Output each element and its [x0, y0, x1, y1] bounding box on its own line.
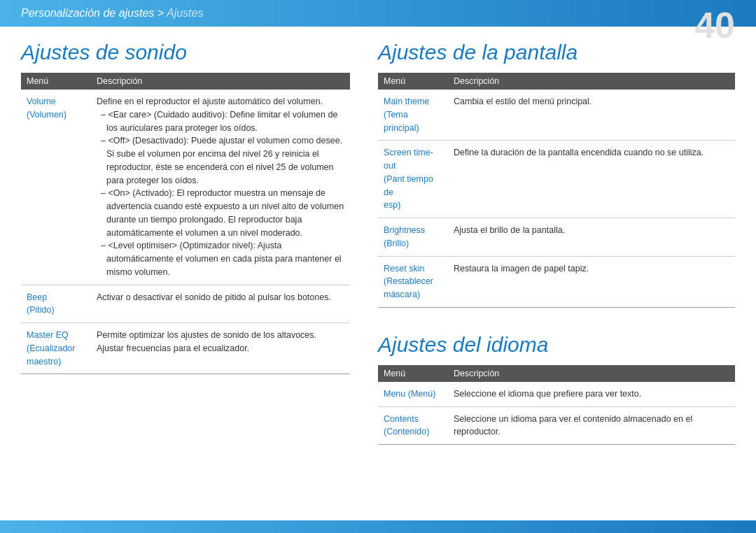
screen-section-title: Ajustes de la pantalla — [378, 41, 735, 64]
page-number: 40 — [694, 7, 735, 43]
table-row: Master EQ (Ecualizador maestro) Permite … — [21, 323, 350, 374]
volume-line2: <Ear care> (Cuidado auditivo): Define li… — [97, 108, 344, 135]
language-menu-contents: Contents (Contenido) — [378, 406, 448, 445]
screen-table-header: Menú Descripción — [378, 73, 735, 90]
language-section-title: Ajustes del idioma — [378, 333, 735, 357]
language-menu-menu: Menu (Menú) — [378, 382, 448, 406]
table-row: Beep (Pitido) Activar o desactivar el so… — [21, 285, 350, 323]
sound-menu-beep: Beep (Pitido) — [21, 285, 91, 323]
screen-col-desc: Descripción — [448, 73, 735, 90]
top-bar: Personalización de ajustes > Ajustes — [0, 0, 756, 27]
sound-desc-eq: Permite optimizar los ajustes de sonido … — [91, 323, 350, 374]
sound-desc-beep: Activar o desactivar el sonido de pitido… — [91, 285, 350, 323]
language-col-menu: Menú — [378, 365, 448, 382]
language-table: Menú Descripción Menu (Menú) Seleccione … — [378, 365, 735, 445]
screen-settings-section: Ajustes de la pantalla Menú Descripción … — [378, 41, 735, 308]
sound-desc-volume: Define en el reproductor el ajuste autom… — [91, 90, 350, 285]
screen-menu-timeout: Screen time-out (Pant tiempo de esp) — [378, 141, 448, 218]
volume-line4: <On> (Activado): El reproductor muestra … — [97, 187, 344, 239]
table-row: Volume (Volumen) Define en el reproducto… — [21, 90, 350, 285]
table-row: Reset skin (Restablecer máscara) Restaur… — [378, 256, 735, 307]
language-desc-contents: Seleccione un idioma para ver el conteni… — [448, 406, 735, 445]
screen-col-menu: Menú — [378, 73, 448, 90]
screen-menu-reset-skin: Reset skin (Restablecer máscara) — [378, 256, 448, 307]
screen-desc-theme: Cambia el estilo del menú principal. — [448, 90, 735, 141]
sound-menu-eq: Master EQ (Ecualizador maestro) — [21, 323, 91, 374]
sound-section-title: Ajustes de sonido — [21, 41, 350, 64]
screen-table: Menú Descripción Main theme (Tema princi… — [378, 73, 735, 308]
screen-desc-reset-skin: Restaura la imagen de papel tapiz. — [448, 256, 735, 307]
table-row: Contents (Contenido) Seleccione un idiom… — [378, 406, 735, 445]
language-settings-section: Ajustes del idioma Menú Descripción Menu… — [378, 333, 735, 445]
volume-line3: <Off> (Desactivado): Puede ajustar el vo… — [97, 134, 344, 187]
sound-col-desc: Descripción — [91, 73, 350, 90]
table-row: Screen time-out (Pant tiempo de esp) Def… — [378, 141, 735, 218]
language-col-desc: Descripción — [448, 365, 735, 382]
main-content: Ajustes de sonido Menú Descripción Volum… — [0, 27, 756, 533]
volume-line1: Define en el reproductor el ajuste autom… — [97, 95, 344, 108]
breadcrumb-base: Personalización de ajustes > — [21, 7, 167, 19]
volume-line5: <Level optimiser> (Optimizador nivel): A… — [97, 239, 344, 278]
language-desc-menu: Seleccione el idioma que prefiere para v… — [448, 382, 735, 406]
sound-col-menu: Menú — [21, 73, 91, 90]
table-row: Brightness (Brillo) Ajusta el brillo de … — [378, 218, 735, 257]
screen-menu-theme: Main theme (Tema principal) — [378, 90, 448, 141]
right-column: Ajustes de la pantalla Menú Descripción … — [378, 41, 735, 519]
sound-table: Menú Descripción Volume (Volumen) Define… — [21, 73, 350, 374]
screen-menu-brightness: Brightness (Brillo) — [378, 218, 448, 257]
table-row: Main theme (Tema principal) Cambia el es… — [378, 90, 735, 141]
sound-settings-section: Ajustes de sonido Menú Descripción Volum… — [21, 41, 350, 519]
bottom-bar — [0, 520, 756, 533]
sound-table-header: Menú Descripción — [21, 73, 350, 90]
screen-desc-brightness: Ajusta el brillo de la pantalla. — [448, 218, 735, 257]
table-row: Menu (Menú) Seleccione el idioma que pre… — [378, 382, 735, 406]
screen-desc-timeout: Define la duración de la pantalla encend… — [448, 141, 735, 218]
language-table-header: Menú Descripción — [378, 365, 735, 382]
breadcrumb-current: Ajustes — [167, 7, 203, 19]
breadcrumb: Personalización de ajustes > Ajustes — [21, 7, 203, 20]
sound-menu-volume: Volume (Volumen) — [21, 90, 91, 285]
